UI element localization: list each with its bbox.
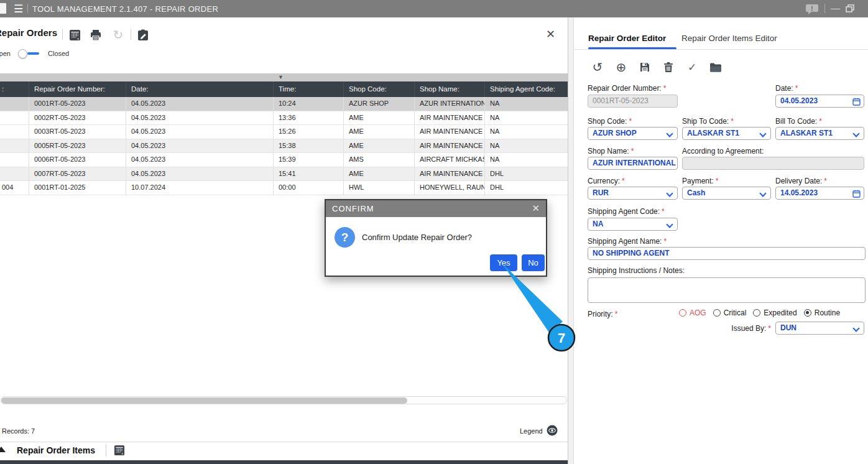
yes-button[interactable]: Yes — [490, 254, 517, 271]
cell: DHL — [485, 167, 568, 181]
tab-repair-order-editor[interactable]: Repair Order Editor — [588, 34, 666, 43]
priority-radio-group: AOG Critical Expedited Routine — [679, 309, 840, 317]
column-header-repair-order-number[interactable]: Repair Order Number: — [29, 81, 126, 97]
section-divider — [0, 442, 568, 442]
cell: 0007RT-05-2023 — [29, 167, 126, 181]
open-folder-button[interactable] — [708, 60, 723, 75]
cell: DHL — [485, 181, 568, 195]
toggle-open-label: Open — [0, 50, 11, 57]
cell: NA — [485, 125, 568, 139]
open-closed-toggle[interactable] — [18, 49, 27, 58]
date-label: Date:* — [775, 84, 798, 93]
bill-to-code-select[interactable]: ALASKAR ST1 — [775, 127, 864, 140]
radio-routine-selected[interactable]: Routine — [804, 309, 840, 317]
calendar-icon[interactable] — [852, 97, 861, 108]
window-title: TOOL MANAGEMENT 2.1.407 - REPAIR ORDER — [32, 4, 218, 14]
table-row[interactable]: 0003RT-05-2023 04.05.2023 15:26 AME AIR … — [0, 125, 568, 139]
tab-repair-order-items-editor[interactable]: Repair Order Items Editor — [681, 34, 777, 43]
column-header[interactable]: : — [0, 81, 29, 97]
delivery-date-label: Delivery Date:* — [775, 177, 827, 185]
table-row[interactable]: 0005RT-05-2023 04.05.2023 15:38 AME AIR … — [0, 139, 568, 154]
priority-label: Priority:* — [588, 310, 617, 318]
table-row[interactable]: 0002RT-05-2023 04.05.2023 13:36 AME AIR … — [0, 111, 568, 126]
legend-button[interactable] — [547, 425, 558, 438]
column-header-date[interactable]: Date: — [126, 81, 274, 97]
save-button[interactable] — [637, 60, 652, 75]
no-button[interactable]: No — [522, 254, 545, 271]
cell: 10.07.2024 — [126, 181, 274, 195]
horizontal-scrollbar-thumb[interactable] — [1, 397, 407, 404]
print-button[interactable] — [88, 27, 103, 42]
column-header-shop-name[interactable]: Shop Name: — [415, 81, 485, 97]
date-field[interactable]: 04.05.2023 — [775, 95, 864, 108]
toggle-closed-label: Closed — [48, 50, 69, 57]
confirm-button[interactable]: ✓ — [685, 60, 699, 75]
close-panel-icon[interactable]: ✕ — [546, 29, 555, 40]
cell: 10:24 — [274, 97, 344, 111]
cell: 04.05.2023 — [126, 125, 274, 139]
feedback-icon[interactable] — [805, 4, 819, 17]
delivery-date-field[interactable]: 14.05.2023 — [775, 187, 864, 200]
cell: AMS — [344, 153, 415, 167]
grid-filter-strip[interactable]: ▼ — [0, 73, 568, 81]
cell: NA — [485, 111, 568, 125]
cell: AME — [344, 111, 415, 125]
menu-icon[interactable]: ☰ — [14, 2, 23, 16]
column-header-time[interactable]: Time: — [274, 81, 344, 97]
toggle-track[interactable] — [27, 52, 39, 55]
radio-expedited[interactable]: Expedited — [753, 309, 796, 317]
cell: 0001RT-05-2023 — [29, 97, 126, 111]
delete-button[interactable] — [661, 60, 676, 75]
cell: AME — [344, 125, 415, 139]
printer-icon — [90, 29, 102, 41]
trash-icon — [663, 62, 673, 73]
cell: 04.05.2023 — [126, 167, 274, 181]
table-row-selected[interactable]: 0001RT-05-2023 04.05.2023 10:24 AZUR SHO… — [0, 97, 568, 111]
shop-code-select[interactable]: AZUR SHOP — [588, 127, 678, 140]
add-button[interactable]: ⊕ — [614, 60, 629, 75]
cell: AME — [344, 139, 415, 153]
panel-splitter[interactable] — [568, 17, 574, 464]
column-header-shipping-agent-code[interactable]: Shiping Agent Code: — [485, 81, 568, 97]
undo-button[interactable]: ↺ — [590, 60, 605, 75]
undo-icon: ↺ — [593, 61, 603, 73]
payment-select[interactable]: Cash — [682, 187, 771, 200]
items-export-excel-button[interactable]: x — [112, 443, 127, 458]
cell: AIR MAINTENANCE E... — [415, 111, 485, 125]
according-to-agreement-label: According to Agreement: — [682, 147, 764, 155]
shipping-instructions-textarea[interactable] — [588, 277, 866, 303]
radio-icon — [679, 309, 686, 317]
cell: AIRCRAFT MICHKAS... — [415, 153, 485, 167]
calendar-icon[interactable] — [852, 189, 861, 200]
cell: 13:36 — [274, 111, 344, 125]
shipping-agent-code-select[interactable]: NA — [588, 218, 678, 231]
radio-critical[interactable]: Critical — [713, 309, 747, 317]
cell: 0005RT-05-2023 — [29, 139, 126, 153]
radio-aog[interactable]: AOG — [679, 309, 706, 317]
minimize-icon[interactable]: — — [831, 2, 840, 13]
column-header-shop-code[interactable]: Shop Code: — [344, 81, 415, 97]
shop-name-field[interactable]: AZUR INTERNATIONAL COM — [588, 157, 678, 170]
shipping-instructions-label: Shipping Instructions / Notes: — [588, 266, 685, 275]
cell: HWL — [344, 181, 415, 195]
restore-window-icon[interactable] — [846, 4, 855, 16]
shipping-agent-name-field[interactable]: NO SHIPPING AGENT — [588, 247, 866, 260]
ship-to-code-select[interactable]: ALASKAR ST1 — [682, 127, 771, 140]
issued-by-select[interactable]: DUN — [775, 322, 864, 335]
table-row[interactable]: 0007RT-05-2023 04.05.2023 15:41 AME AIR … — [0, 167, 568, 182]
edit-button[interactable] — [136, 27, 150, 42]
currency-select[interactable]: RUR — [588, 187, 678, 200]
toolbar-separator — [106, 444, 106, 457]
export-excel-button[interactable]: x — [67, 27, 82, 42]
cell: NA — [485, 139, 568, 153]
annotation-step-number: 7 — [558, 330, 565, 346]
table-row[interactable]: 004 0001RT-01-2025 10.07.2024 00:00 HWL … — [0, 181, 568, 195]
tabs-baseline — [575, 49, 868, 50]
cell: 004 — [0, 181, 29, 195]
save-icon — [639, 62, 650, 73]
currency-label: Currency:* — [588, 177, 625, 185]
dialog-close-icon[interactable]: ✕ — [532, 203, 540, 214]
panel-title-repair-orders: Repair Orders — [0, 27, 57, 38]
table-row[interactable]: 0006RT-05-2023 04.05.2023 15:39 AMS AIRC… — [0, 153, 568, 167]
collapse-caret-icon[interactable] — [0, 447, 6, 452]
